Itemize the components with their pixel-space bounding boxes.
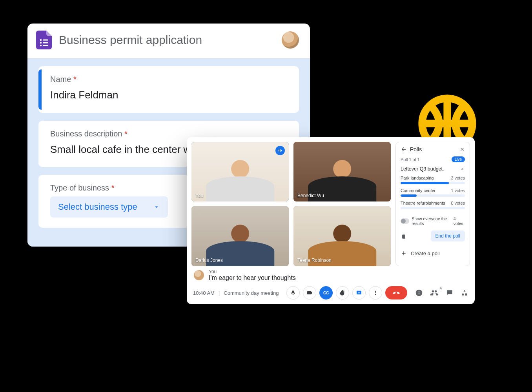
svg-point-3: [40, 42, 42, 44]
user-avatar[interactable]: [282, 31, 299, 49]
question-name[interactable]: Name * Indira Feldman: [38, 66, 299, 113]
option-label: Park landscaping: [401, 176, 434, 180]
delete-poll-icon[interactable]: [401, 233, 407, 239]
create-poll-button[interactable]: Create a poll: [401, 246, 465, 256]
required-mark: *: [73, 75, 77, 83]
svg-rect-8: [280, 149, 281, 152]
camera-button[interactable]: [303, 286, 316, 299]
video-tile[interactable]: Darius Jones: [191, 206, 289, 266]
svg-point-11: [375, 292, 376, 293]
required-mark: *: [124, 129, 128, 138]
more-options-button[interactable]: [369, 286, 382, 299]
video-tile[interactable]: Teena Robinson: [293, 206, 391, 266]
captions-button[interactable]: CC: [319, 286, 333, 299]
cc-label: CC: [323, 291, 329, 295]
svg-rect-14: [465, 294, 467, 296]
tile-name-label: Darius Jones: [195, 258, 223, 263]
show-results-label: Show everyone the results: [412, 216, 453, 226]
people-icon[interactable]: 4: [430, 289, 439, 297]
svg-point-1: [40, 39, 42, 41]
option-votes: 1 votes: [451, 188, 465, 193]
end-call-button[interactable]: [385, 286, 407, 299]
separator: |: [219, 290, 220, 296]
plus-icon: [401, 250, 407, 256]
option-label: Community center: [401, 188, 435, 193]
caption-speaker: You: [209, 269, 296, 274]
meet-window: You Benedict Wu Darius Jones Teena Robin…: [187, 137, 475, 304]
meeting-name: Community day meeting: [224, 290, 279, 296]
tile-name-label: Benedict Wu: [297, 193, 324, 198]
svg-rect-2: [43, 39, 48, 40]
caption-avatar: [194, 270, 204, 280]
speaking-indicator-icon: [275, 146, 285, 155]
tile-name-label: You: [195, 193, 203, 198]
svg-rect-7: [279, 150, 279, 152]
chat-icon[interactable]: [446, 289, 454, 297]
total-votes: 4 votes: [454, 216, 465, 226]
option-votes: 3 votes: [451, 176, 465, 180]
activities-icon[interactable]: [461, 289, 468, 297]
select-placeholder: Select business type: [58, 202, 137, 212]
required-mark: *: [111, 183, 115, 192]
poll-option[interactable]: Theatre refurbishments0 votes: [401, 201, 465, 209]
question-label: Business description: [50, 129, 122, 138]
tile-name-label: Teena Robinson: [297, 258, 332, 263]
present-button[interactable]: [352, 286, 366, 299]
caption-text: I'm eager to hear your thoughts: [209, 274, 296, 281]
option-label: Theatre refurbishments: [401, 201, 445, 205]
polls-title: Polls: [410, 146, 422, 152]
video-grid: You Benedict Wu Darius Jones Teena Robin…: [191, 142, 391, 266]
svg-point-10: [375, 291, 376, 292]
live-badge: Live: [452, 156, 465, 162]
svg-rect-6: [43, 45, 48, 46]
meet-control-bar: 10:40 AM | Community day meeting CC: [187, 283, 475, 304]
svg-point-5: [40, 45, 42, 46]
name-answer[interactable]: Indira Feldman: [50, 88, 287, 103]
svg-point-13: [462, 294, 464, 296]
poll-question: Leftover Q3 budget.: [401, 166, 444, 172]
form-header: Business permit application: [27, 24, 310, 58]
info-icon[interactable]: [415, 289, 423, 297]
mic-button[interactable]: [286, 286, 300, 299]
polls-panel: Polls Poll 1 of 1 Live Leftover Q3 budge…: [395, 142, 470, 266]
poll-counter: Poll 1 of 1: [401, 157, 420, 162]
poll-option[interactable]: Community center1 votes: [401, 188, 465, 197]
back-icon[interactable]: [401, 146, 407, 152]
option-votes: 0 votes: [451, 201, 465, 205]
svg-rect-9: [281, 150, 282, 151]
chevron-up-icon[interactable]: [459, 166, 465, 172]
create-poll-label: Create a poll: [411, 250, 440, 256]
video-tile-self[interactable]: You: [191, 142, 289, 201]
meeting-time: 10:40 AM: [193, 290, 215, 296]
svg-rect-4: [43, 42, 48, 43]
show-results-toggle[interactable]: [401, 218, 409, 224]
video-tile[interactable]: Benedict Wu: [293, 142, 391, 201]
participant-count: 4: [439, 286, 442, 290]
end-poll-button[interactable]: End the poll: [431, 230, 465, 241]
question-label: Name: [50, 75, 71, 83]
close-icon[interactable]: [459, 147, 465, 152]
caption-row: You I'm eager to hear your thoughts: [187, 266, 475, 283]
poll-option[interactable]: Park landscaping3 votes: [401, 176, 465, 184]
form-title: Business permit application: [59, 33, 202, 47]
chevron-down-icon: [153, 203, 160, 211]
forms-app-icon: [36, 31, 52, 49]
business-type-select[interactable]: Select business type: [50, 196, 168, 218]
question-label: Type of business: [50, 183, 109, 192]
svg-point-12: [375, 294, 376, 295]
raise-hand-button[interactable]: [336, 286, 349, 299]
